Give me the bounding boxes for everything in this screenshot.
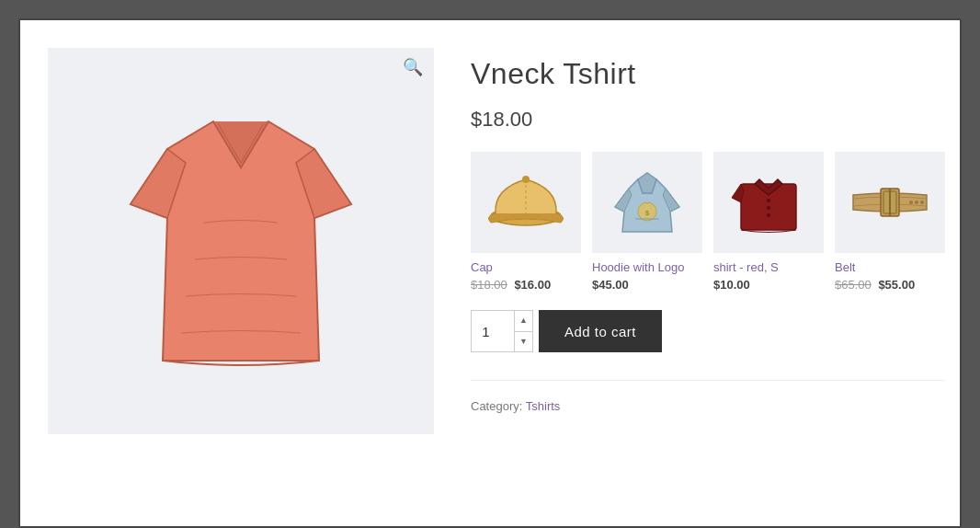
related-item-hoodie[interactable]: $ Hoodie with Logo $45.00 (592, 152, 702, 292)
quantity-down-arrow[interactable]: ▼ (515, 332, 532, 352)
quantity-up-arrow[interactable]: ▲ (515, 311, 532, 332)
product-image-container: 🔍 (48, 48, 434, 434)
zoom-icon[interactable]: 🔍 (403, 57, 423, 77)
related-thumb-hoodie: $ (592, 152, 702, 253)
related-name-shirt[interactable]: shirt - red, S (713, 260, 779, 274)
product-details: Vneck Tshirt $18.00 (471, 48, 945, 413)
hoodie-image: $ (606, 166, 689, 239)
belt-old-price: $65.00 (835, 278, 872, 292)
related-price-cap: $18.00 $16.00 (471, 278, 551, 292)
cap-image (484, 166, 567, 239)
svg-point-7 (767, 213, 770, 217)
quantity-wrap: ▲ ▼ (471, 310, 533, 352)
add-to-cart-button[interactable]: Add to cart (539, 310, 662, 352)
related-thumb-cap (471, 152, 581, 253)
belt-image (849, 166, 931, 239)
related-item-cap[interactable]: Cap $18.00 $16.00 (471, 152, 581, 292)
related-price-belt: $65.00 $55.00 (835, 278, 915, 292)
related-price-hoodie: $45.00 (592, 278, 629, 292)
related-name-hoodie[interactable]: Hoodie with Logo (592, 260, 684, 274)
related-products-grid: Cap $18.00 $16.00 (471, 152, 945, 292)
svg-point-13 (920, 201, 924, 204)
related-item-shirt[interactable]: shirt - red, S $10.00 (713, 152, 824, 292)
product-image (112, 94, 370, 388)
cap-old-price: $18.00 (471, 278, 507, 292)
related-thumb-belt (835, 152, 945, 253)
cart-section: ▲ ▼ Add to cart (471, 310, 945, 352)
related-thumb-shirt (713, 152, 824, 253)
category-section: Category: Tshirts (471, 380, 945, 413)
category-link[interactable]: Tshirts (526, 399, 561, 413)
related-price-shirt: $10.00 (713, 278, 750, 292)
quantity-arrows: ▲ ▼ (514, 311, 532, 351)
related-name-belt[interactable]: Belt (835, 260, 855, 274)
related-item-belt[interactable]: Belt $65.00 $55.00 (835, 152, 945, 292)
svg-point-11 (909, 201, 913, 204)
product-price: $18.00 (471, 108, 945, 132)
product-title: Vneck Tshirt (471, 57, 945, 91)
hoodie-price: $45.00 (592, 278, 629, 292)
category-label: Category: (471, 399, 522, 413)
related-name-cap[interactable]: Cap (471, 260, 493, 274)
cap-new-price: $16.00 (514, 278, 551, 292)
svg-point-5 (767, 199, 770, 202)
svg-point-6 (767, 206, 770, 210)
shirt-price: $10.00 (713, 278, 750, 292)
svg-point-12 (915, 201, 918, 204)
svg-text:$: $ (645, 209, 650, 217)
belt-new-price: $55.00 (878, 278, 915, 292)
product-card: 🔍 Vneck Tshirt $18.00 (18, 18, 962, 528)
shirt-image (727, 166, 810, 239)
quantity-input[interactable] (472, 311, 514, 351)
